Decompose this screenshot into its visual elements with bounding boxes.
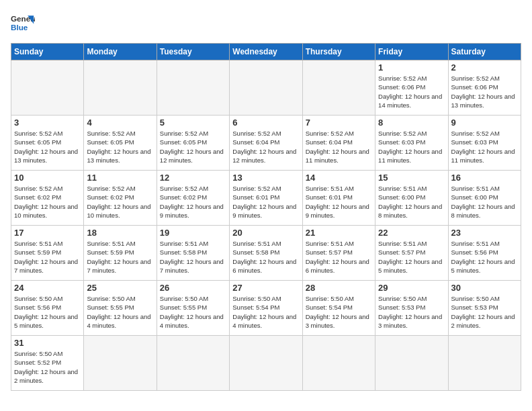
day-info: Sunrise: 5:50 AM Sunset: 5:53 PM Dayligh…	[378, 294, 445, 330]
calendar-week-row: 10Sunrise: 5:52 AM Sunset: 6:02 PM Dayli…	[11, 171, 521, 226]
day-info: Sunrise: 5:52 AM Sunset: 6:04 PM Dayligh…	[306, 129, 372, 165]
calendar-day-cell	[11, 60, 84, 116]
day-number: 27	[232, 283, 299, 293]
day-info: Sunrise: 5:50 AM Sunset: 5:54 PM Dayligh…	[232, 294, 299, 330]
calendar-day-cell: 15Sunrise: 5:51 AM Sunset: 6:00 PM Dayli…	[375, 171, 448, 226]
calendar-week-row: 1Sunrise: 5:52 AM Sunset: 6:06 PM Daylig…	[11, 60, 521, 116]
day-info: Sunrise: 5:52 AM Sunset: 6:03 PM Dayligh…	[378, 129, 445, 165]
day-number: 23	[451, 228, 518, 238]
logo: General Blue	[11, 11, 35, 35]
day-number: 4	[87, 118, 153, 128]
calendar-week-row: 24Sunrise: 5:50 AM Sunset: 5:56 PM Dayli…	[11, 281, 521, 336]
day-info: Sunrise: 5:52 AM Sunset: 6:05 PM Dayligh…	[160, 129, 226, 165]
svg-text:Blue: Blue	[11, 23, 28, 32]
day-info: Sunrise: 5:52 AM Sunset: 6:03 PM Dayligh…	[451, 129, 518, 165]
day-info: Sunrise: 5:50 AM Sunset: 5:54 PM Dayligh…	[306, 294, 372, 330]
day-info: Sunrise: 5:51 AM Sunset: 5:57 PM Dayligh…	[306, 239, 372, 275]
day-info: Sunrise: 5:50 AM Sunset: 5:55 PM Dayligh…	[87, 294, 153, 330]
day-number: 3	[14, 118, 81, 128]
calendar-day-cell: 2Sunrise: 5:52 AM Sunset: 6:06 PM Daylig…	[448, 60, 521, 116]
calendar-week-row: 17Sunrise: 5:51 AM Sunset: 5:59 PM Dayli…	[11, 226, 521, 281]
calendar-day-cell	[157, 60, 229, 116]
calendar-day-cell: 30Sunrise: 5:50 AM Sunset: 5:53 PM Dayli…	[448, 281, 521, 336]
calendar-week-row: 31Sunrise: 5:50 AM Sunset: 5:52 PM Dayli…	[11, 336, 521, 391]
day-info: Sunrise: 5:50 AM Sunset: 5:55 PM Dayligh…	[160, 294, 226, 330]
day-info: Sunrise: 5:51 AM Sunset: 5:56 PM Dayligh…	[451, 239, 518, 275]
calendar-day-cell: 25Sunrise: 5:50 AM Sunset: 5:55 PM Dayli…	[84, 281, 157, 336]
day-number: 16	[451, 173, 518, 183]
calendar-day-cell: 21Sunrise: 5:51 AM Sunset: 5:57 PM Dayli…	[302, 226, 375, 281]
calendar-day-cell: 29Sunrise: 5:50 AM Sunset: 5:53 PM Dayli…	[375, 281, 448, 336]
day-info: Sunrise: 5:51 AM Sunset: 6:01 PM Dayligh…	[306, 184, 372, 220]
calendar-day-cell: 5Sunrise: 5:52 AM Sunset: 6:05 PM Daylig…	[157, 116, 229, 171]
day-number: 9	[451, 118, 518, 128]
calendar-day-cell: 7Sunrise: 5:52 AM Sunset: 6:04 PM Daylig…	[302, 116, 375, 171]
day-number: 13	[232, 173, 299, 183]
calendar-day-cell: 18Sunrise: 5:51 AM Sunset: 5:59 PM Dayli…	[84, 226, 157, 281]
calendar-day-cell	[230, 60, 302, 116]
day-info: Sunrise: 5:52 AM Sunset: 6:05 PM Dayligh…	[14, 129, 81, 165]
calendar-day-cell: 10Sunrise: 5:52 AM Sunset: 6:02 PM Dayli…	[11, 171, 84, 226]
weekday-header-thursday: Thursday	[302, 44, 375, 60]
day-info: Sunrise: 5:51 AM Sunset: 5:59 PM Dayligh…	[87, 239, 153, 275]
day-info: Sunrise: 5:51 AM Sunset: 5:59 PM Dayligh…	[14, 239, 81, 275]
calendar-day-cell: 17Sunrise: 5:51 AM Sunset: 5:59 PM Dayli…	[11, 226, 84, 281]
day-info: Sunrise: 5:51 AM Sunset: 6:00 PM Dayligh…	[378, 184, 445, 220]
calendar-day-cell: 28Sunrise: 5:50 AM Sunset: 5:54 PM Dayli…	[302, 281, 375, 336]
day-number: 29	[378, 283, 445, 293]
day-info: Sunrise: 5:52 AM Sunset: 6:02 PM Dayligh…	[87, 184, 153, 220]
day-number: 14	[306, 173, 372, 183]
day-number: 25	[87, 283, 153, 293]
weekday-header-wednesday: Wednesday	[230, 44, 302, 60]
day-number: 15	[378, 173, 445, 183]
day-info: Sunrise: 5:51 AM Sunset: 5:57 PM Dayligh…	[378, 239, 445, 275]
calendar-day-cell: 26Sunrise: 5:50 AM Sunset: 5:55 PM Dayli…	[157, 281, 229, 336]
calendar-day-cell: 31Sunrise: 5:50 AM Sunset: 5:52 PM Dayli…	[11, 336, 84, 391]
day-info: Sunrise: 5:50 AM Sunset: 5:52 PM Dayligh…	[14, 349, 81, 385]
calendar-day-cell: 23Sunrise: 5:51 AM Sunset: 5:56 PM Dayli…	[448, 226, 521, 281]
day-number: 1	[378, 62, 445, 73]
day-number: 12	[160, 173, 226, 183]
weekday-header-tuesday: Tuesday	[157, 44, 229, 60]
day-number: 30	[451, 283, 518, 293]
weekday-header-saturday: Saturday	[448, 44, 521, 60]
day-number: 31	[14, 338, 81, 348]
calendar-table: SundayMondayTuesdayWednesdayThursdayFrid…	[11, 43, 521, 391]
weekday-header-monday: Monday	[84, 44, 157, 60]
day-info: Sunrise: 5:52 AM Sunset: 6:02 PM Dayligh…	[160, 184, 226, 220]
weekday-header-sunday: Sunday	[11, 44, 84, 60]
day-number: 7	[306, 118, 372, 128]
calendar-day-cell: 12Sunrise: 5:52 AM Sunset: 6:02 PM Dayli…	[157, 171, 229, 226]
calendar-day-cell: 8Sunrise: 5:52 AM Sunset: 6:03 PM Daylig…	[375, 116, 448, 171]
day-number: 5	[160, 118, 226, 128]
calendar-week-row: 3Sunrise: 5:52 AM Sunset: 6:05 PM Daylig…	[11, 116, 521, 171]
calendar-day-cell	[84, 336, 157, 391]
weekday-header-row: SundayMondayTuesdayWednesdayThursdayFrid…	[11, 44, 521, 60]
day-number: 20	[232, 228, 299, 238]
calendar-day-cell: 6Sunrise: 5:52 AM Sunset: 6:04 PM Daylig…	[230, 116, 302, 171]
day-number: 26	[160, 283, 226, 293]
day-number: 11	[87, 173, 153, 183]
calendar-day-cell: 20Sunrise: 5:51 AM Sunset: 5:58 PM Dayli…	[230, 226, 302, 281]
day-number: 6	[232, 118, 299, 128]
day-info: Sunrise: 5:50 AM Sunset: 5:56 PM Dayligh…	[14, 294, 81, 330]
generalblue-icon: General Blue	[11, 11, 35, 35]
day-info: Sunrise: 5:52 AM Sunset: 6:04 PM Dayligh…	[232, 129, 299, 165]
day-number: 17	[14, 228, 81, 238]
calendar-day-cell	[375, 336, 448, 391]
day-info: Sunrise: 5:52 AM Sunset: 6:06 PM Dayligh…	[451, 74, 518, 109]
day-number: 24	[14, 283, 81, 293]
calendar-day-cell: 22Sunrise: 5:51 AM Sunset: 5:57 PM Dayli…	[375, 226, 448, 281]
calendar-day-cell: 14Sunrise: 5:51 AM Sunset: 6:01 PM Dayli…	[302, 171, 375, 226]
day-number: 2	[451, 62, 518, 73]
calendar-day-cell: 9Sunrise: 5:52 AM Sunset: 6:03 PM Daylig…	[448, 116, 521, 171]
calendar-day-cell: 3Sunrise: 5:52 AM Sunset: 6:05 PM Daylig…	[11, 116, 84, 171]
day-number: 21	[306, 228, 372, 238]
day-info: Sunrise: 5:52 AM Sunset: 6:02 PM Dayligh…	[14, 184, 81, 220]
day-number: 22	[378, 228, 445, 238]
day-info: Sunrise: 5:50 AM Sunset: 5:53 PM Dayligh…	[451, 294, 518, 330]
day-info: Sunrise: 5:52 AM Sunset: 6:05 PM Dayligh…	[87, 129, 153, 165]
day-info: Sunrise: 5:52 AM Sunset: 6:01 PM Dayligh…	[232, 184, 299, 220]
calendar-day-cell: 24Sunrise: 5:50 AM Sunset: 5:56 PM Dayli…	[11, 281, 84, 336]
calendar-day-cell	[302, 336, 375, 391]
